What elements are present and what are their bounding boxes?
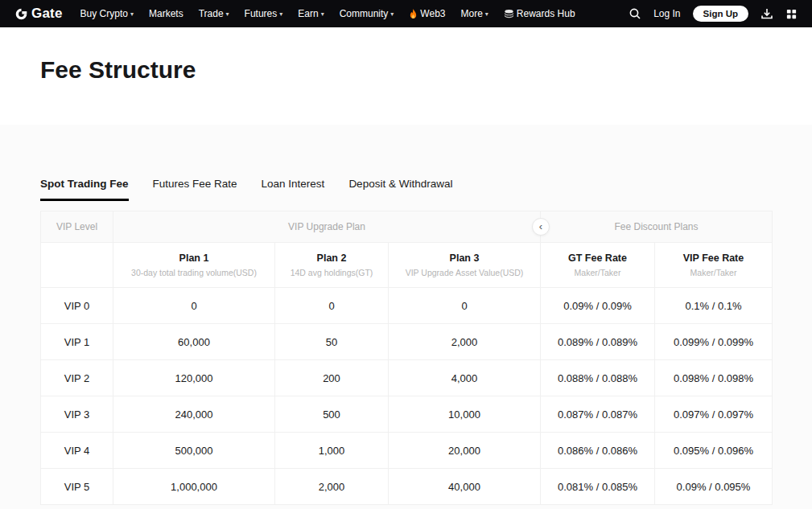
column-header-plan3: Plan 3 VIP Upgrade Asset Value(USD) bbox=[389, 243, 541, 288]
group-header-vip-level: VIP Level bbox=[41, 211, 113, 243]
nav-item-label: Markets bbox=[149, 8, 183, 19]
nav-item-label: Buy Crypto bbox=[80, 8, 128, 19]
nav-item-label: Earn bbox=[298, 8, 318, 19]
cell-plan3: 4,000 bbox=[389, 360, 541, 396]
nav-item-web3[interactable]: Web3 bbox=[409, 8, 445, 19]
group-header-fee-discount: Fee Discount Plans bbox=[541, 211, 773, 243]
cell-plan1: 120,000 bbox=[113, 360, 275, 396]
table-row-vip0: VIP 0 0 0 0 0.09% / 0.09% 0.1% / 0.1% bbox=[41, 288, 773, 324]
cell-level: VIP 4 bbox=[41, 433, 113, 469]
top-nav: Gate Buy Crypto ▾ Markets Trade ▾ Future… bbox=[0, 0, 812, 27]
coins-icon bbox=[504, 9, 514, 18]
column-title: VIP Fee Rate bbox=[655, 252, 772, 264]
nav-item-more[interactable]: More ▾ bbox=[461, 8, 488, 19]
column-header-plan1: Plan 1 30-day total trading volume(USD) bbox=[113, 243, 275, 288]
cell-level: VIP 2 bbox=[41, 360, 113, 396]
flame-icon bbox=[409, 9, 418, 19]
group-header-upgrade-plan: VIP Upgrade Plan ‹ bbox=[113, 211, 541, 243]
cell-level: VIP 1 bbox=[41, 324, 113, 360]
search-icon[interactable] bbox=[629, 7, 641, 20]
nav-right: Log In Sign Up bbox=[629, 6, 798, 22]
cell-vip-fee: 0.098% / 0.098% bbox=[655, 360, 773, 396]
cell-vip-fee: 0.097% / 0.097% bbox=[655, 396, 773, 433]
nav-item-buy-crypto[interactable]: Buy Crypto ▾ bbox=[80, 8, 134, 19]
nav-menu: Buy Crypto ▾ Markets Trade ▾ Futures ▾ E… bbox=[80, 8, 575, 19]
cell-plan1: 0 bbox=[113, 288, 275, 324]
collapse-chevron-left-icon[interactable]: ‹ bbox=[532, 218, 550, 236]
gate-logo-icon bbox=[14, 7, 28, 21]
page-title: Fee Structure bbox=[40, 56, 772, 84]
main-content: Spot Trading Fee Futures Fee Rate Loan I… bbox=[0, 125, 812, 505]
column-header-gt-fee-rate: GT Fee Rate Maker/Taker bbox=[541, 243, 655, 288]
cell-plan3: 0 bbox=[389, 288, 541, 324]
group-header-upgrade-plan-label: VIP Upgrade Plan bbox=[288, 221, 365, 232]
column-header-empty bbox=[41, 243, 113, 288]
cell-plan2: 200 bbox=[275, 360, 389, 396]
table-row-vip2: VIP 2 120,000 200 4,000 0.088% / 0.088% … bbox=[41, 360, 773, 396]
column-header-vip-fee-rate: VIP Fee Rate Maker/Taker bbox=[655, 243, 773, 288]
signup-button[interactable]: Sign Up bbox=[693, 6, 748, 22]
cell-plan3: 2,000 bbox=[389, 324, 541, 360]
nav-item-label: Rewards Hub bbox=[517, 8, 575, 19]
cell-plan2: 50 bbox=[275, 324, 389, 360]
column-subtitle: Maker/Taker bbox=[655, 268, 772, 277]
cell-vip-fee: 0.095% / 0.096% bbox=[655, 433, 773, 469]
cell-plan3: 10,000 bbox=[389, 396, 541, 433]
column-title: GT Fee Rate bbox=[541, 252, 654, 264]
table-group-header-row: VIP Level VIP Upgrade Plan ‹ Fee Discoun… bbox=[41, 211, 773, 243]
cell-gt-fee: 0.09% / 0.09% bbox=[541, 288, 655, 324]
cell-level: VIP 5 bbox=[41, 469, 113, 505]
cell-gt-fee: 0.089% / 0.089% bbox=[541, 324, 655, 360]
column-subtitle: Maker/Taker bbox=[541, 268, 654, 277]
chevron-down-icon: ▾ bbox=[279, 10, 282, 18]
nav-item-markets[interactable]: Markets bbox=[149, 8, 183, 19]
column-subtitle: 30-day total trading volume(USD) bbox=[113, 268, 274, 277]
fee-tabs: Spot Trading Fee Futures Fee Rate Loan I… bbox=[40, 125, 772, 201]
chevron-down-icon: ▾ bbox=[226, 10, 229, 18]
gate-logo-text: Gate bbox=[31, 6, 63, 22]
table-row-vip4: VIP 4 500,000 1,000 20,000 0.086% / 0.08… bbox=[41, 433, 773, 469]
cell-gt-fee: 0.088% / 0.088% bbox=[541, 360, 655, 396]
cell-plan1: 60,000 bbox=[113, 324, 275, 360]
nav-left: Gate Buy Crypto ▾ Markets Trade ▾ Future… bbox=[14, 6, 575, 22]
cell-plan2: 2,000 bbox=[275, 469, 389, 505]
cell-vip-fee: 0.09% / 0.095% bbox=[655, 469, 773, 505]
nav-item-label: Community bbox=[340, 8, 389, 19]
apps-grid-icon[interactable] bbox=[785, 8, 798, 20]
tab-futures-fee-rate[interactable]: Futures Fee Rate bbox=[153, 178, 237, 201]
chevron-down-icon: ▾ bbox=[130, 10, 134, 18]
table-row-vip3: VIP 3 240,000 500 10,000 0.087% / 0.087%… bbox=[41, 396, 773, 433]
cell-plan3: 40,000 bbox=[389, 469, 541, 505]
cell-level: VIP 3 bbox=[41, 396, 113, 433]
table-row-vip1: VIP 1 60,000 50 2,000 0.089% / 0.089% 0.… bbox=[41, 324, 773, 360]
column-subtitle: 14D avg holdings(GT) bbox=[275, 268, 388, 277]
page-header: Fee Structure bbox=[0, 27, 812, 125]
cell-plan1: 1,000,000 bbox=[113, 469, 275, 505]
nav-item-label: Web3 bbox=[420, 8, 445, 19]
nav-item-label: More bbox=[461, 8, 483, 19]
nav-item-rewards-hub[interactable]: Rewards Hub bbox=[504, 8, 575, 19]
cell-plan2: 1,000 bbox=[275, 433, 389, 469]
tab-spot-trading-fee[interactable]: Spot Trading Fee bbox=[40, 178, 129, 201]
nav-item-futures[interactable]: Futures ▾ bbox=[245, 8, 283, 19]
nav-item-earn[interactable]: Earn ▾ bbox=[298, 8, 324, 19]
nav-item-label: Futures bbox=[245, 8, 278, 19]
table-column-header-row: Plan 1 30-day total trading volume(USD) … bbox=[41, 243, 773, 288]
column-title: Plan 2 bbox=[275, 252, 388, 264]
cell-vip-fee: 0.1% / 0.1% bbox=[655, 288, 773, 324]
tab-loan-interest[interactable]: Loan Interest bbox=[262, 178, 325, 201]
tab-deposit-withdrawal[interactable]: Deposit & Withdrawal bbox=[348, 178, 452, 201]
gate-logo[interactable]: Gate bbox=[14, 6, 63, 22]
cell-level: VIP 0 bbox=[41, 288, 113, 324]
nav-item-trade[interactable]: Trade ▾ bbox=[199, 8, 229, 19]
cell-gt-fee: 0.087% / 0.087% bbox=[541, 396, 655, 433]
chevron-down-icon: ▾ bbox=[321, 10, 324, 18]
cell-plan3: 20,000 bbox=[389, 433, 541, 469]
download-app-icon[interactable] bbox=[760, 7, 773, 20]
fee-table: VIP Level VIP Upgrade Plan ‹ Fee Discoun… bbox=[40, 211, 773, 505]
column-subtitle: VIP Upgrade Asset Value(USD) bbox=[389, 268, 540, 277]
login-link[interactable]: Log In bbox=[653, 8, 680, 19]
chevron-down-icon: ▾ bbox=[390, 10, 394, 18]
cell-gt-fee: 0.086% / 0.086% bbox=[541, 433, 655, 469]
nav-item-community[interactable]: Community ▾ bbox=[340, 8, 394, 19]
